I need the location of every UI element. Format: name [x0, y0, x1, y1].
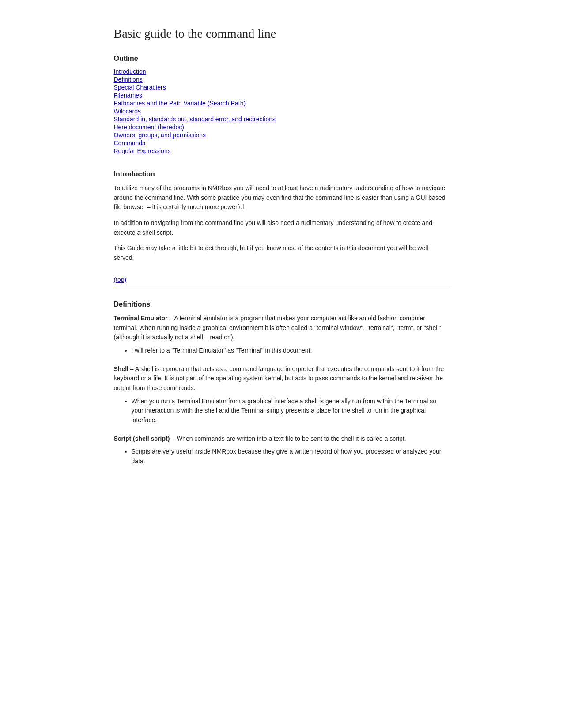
page-title: Basic guide to the command line: [114, 26, 450, 41]
definition-script-bullets: Scripts are very useful inside NMRbox be…: [114, 447, 450, 466]
outline-link-wildcards[interactable]: Wildcards: [114, 108, 141, 115]
definition-script-description: When commands are written into a text fi…: [177, 435, 406, 442]
outline-item-wildcards[interactable]: Wildcards: [114, 108, 450, 115]
outline-item-owners[interactable]: Owners, groups, and permissions: [114, 131, 450, 139]
definition-shell-text: Shell – A shell is a program that acts a…: [114, 364, 450, 393]
top-link-area: (top): [114, 276, 450, 283]
outline-link-introduction[interactable]: Introduction: [114, 68, 146, 75]
definition-shell-term: Shell: [114, 365, 128, 372]
definition-terminal-term: Terminal Emulator: [114, 315, 168, 322]
outline-link-commands[interactable]: Commands: [114, 139, 146, 146]
outline-link-special-characters[interactable]: Special Characters: [114, 84, 166, 91]
intro-paragraph-3: This Guide may take a little bit to get …: [114, 244, 450, 263]
definition-script: Script (shell script) – When commands ar…: [114, 434, 450, 466]
outline-item-introduction[interactable]: Introduction: [114, 68, 450, 75]
page-container: Basic guide to the command line Outline …: [83, 0, 480, 507]
definition-script-separator: –: [170, 435, 177, 442]
intro-paragraph-1: To utilize many of the programs in NMRbo…: [114, 184, 450, 212]
outline-link-heredoc[interactable]: Here document (heredoc): [114, 124, 185, 131]
outline-section: Outline Introduction Definitions Special…: [114, 55, 450, 154]
outline-link-pathnames[interactable]: Pathnames and the Path Variable (Search …: [114, 100, 246, 107]
introduction-heading: Introduction: [114, 170, 450, 178]
outline-item-heredoc[interactable]: Here document (heredoc): [114, 124, 450, 131]
definition-terminal-bullets: I will refer to a "Terminal Emulator" as…: [114, 346, 450, 356]
outline-link-standard[interactable]: Standard in, standards out, standard err…: [114, 116, 276, 123]
outline-link-definitions[interactable]: Definitions: [114, 76, 143, 83]
definition-shell-separator: –: [128, 365, 135, 372]
outline-item-commands[interactable]: Commands: [114, 139, 450, 146]
outline-link-filenames[interactable]: Filenames: [114, 92, 143, 99]
definition-script-bullet-1: Scripts are very useful inside NMRbox be…: [132, 447, 450, 466]
outline-heading: Outline: [114, 55, 450, 63]
definition-terminal-separator: –: [167, 315, 174, 322]
definition-shell-bullet-1: When you run a Terminal Emulator from a …: [132, 397, 450, 425]
definition-terminal-emulator: Terminal Emulator – A terminal emulator …: [114, 314, 450, 356]
intro-paragraph-2: In addition to navigating from the comma…: [114, 218, 450, 237]
definition-shell-description: A shell is a program that acts as a comm…: [114, 365, 444, 391]
definition-terminal-bullet-1: I will refer to a "Terminal Emulator" as…: [132, 346, 450, 356]
outline-item-filenames[interactable]: Filenames: [114, 92, 450, 99]
definitions-heading: Definitions: [114, 300, 450, 308]
definitions-section: Definitions Terminal Emulator – A termin…: [114, 300, 450, 466]
introduction-section: Introduction To utilize many of the prog…: [114, 170, 450, 286]
outline-link-owners[interactable]: Owners, groups, and permissions: [114, 131, 206, 139]
outline-item-standard[interactable]: Standard in, standards out, standard err…: [114, 116, 450, 123]
definition-script-term: Script (shell script): [114, 435, 170, 442]
definition-script-text: Script (shell script) – When commands ar…: [114, 434, 450, 444]
top-link[interactable]: (top): [114, 276, 127, 283]
outline-link-regex[interactable]: Regular Expressions: [114, 147, 171, 154]
outline-item-special-characters[interactable]: Special Characters: [114, 84, 450, 91]
outline-item-definitions[interactable]: Definitions: [114, 76, 450, 83]
definition-shell: Shell – A shell is a program that acts a…: [114, 364, 450, 425]
outline-links: Introduction Definitions Special Charact…: [114, 68, 450, 154]
outline-item-pathnames[interactable]: Pathnames and the Path Variable (Search …: [114, 100, 450, 107]
definition-shell-bullets: When you run a Terminal Emulator from a …: [114, 397, 450, 425]
definition-terminal-text: Terminal Emulator – A terminal emulator …: [114, 314, 450, 342]
outline-item-regex[interactable]: Regular Expressions: [114, 147, 450, 154]
section-divider: [114, 286, 450, 286]
